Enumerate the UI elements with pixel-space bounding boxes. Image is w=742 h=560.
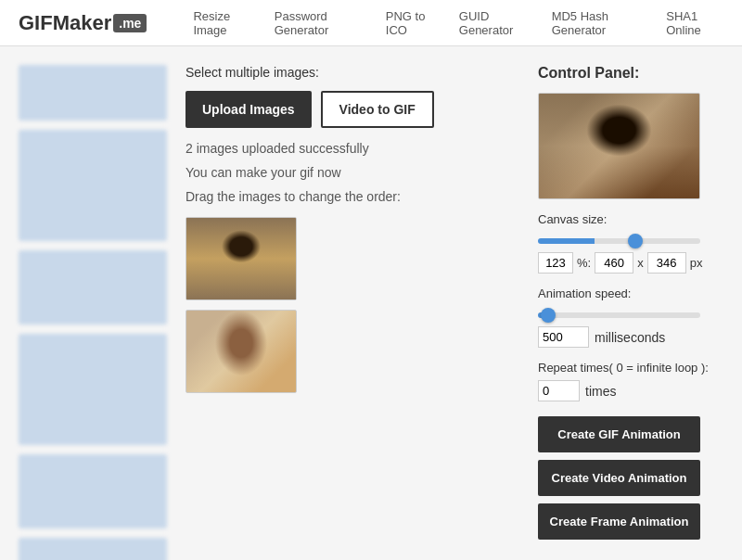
nav-md5-hash[interactable]: MD5 Hash Generator: [552, 9, 646, 37]
video-to-gif-button[interactable]: Video to GIF: [321, 91, 434, 128]
drag-order-text: Drag the images to change the order:: [186, 189, 519, 204]
canvas-size-slider[interactable]: [538, 238, 700, 244]
right-panel: Control Panel: Canvas size: %: x px: [538, 65, 723, 560]
px-label: px: [690, 256, 703, 270]
canvas-width-input[interactable]: [595, 252, 633, 274]
upload-images-button[interactable]: Upload Images: [186, 91, 312, 128]
sidebar: [19, 65, 167, 560]
canvas-height-input[interactable]: [647, 252, 686, 274]
sidebar-ad-4: [19, 334, 167, 445]
nav: Resize Image Password Generator PNG to I…: [193, 9, 723, 37]
animation-speed-section: Animation speed: milliseconds: [538, 286, 723, 348]
create-video-button[interactable]: Create Video Animation: [538, 460, 700, 496]
repeat-row: times: [538, 380, 723, 401]
canvas-size-label: Canvas size:: [538, 212, 723, 226]
nav-resize-image[interactable]: Resize Image: [193, 9, 253, 37]
make-gif-text: You can make your gif now: [186, 165, 519, 180]
list-item[interactable]: [186, 217, 297, 300]
speed-slider-container: [538, 306, 723, 321]
animation-speed-slider[interactable]: [538, 312, 700, 318]
repeat-label: Repeat times( 0 = infinite loop ):: [538, 361, 723, 375]
select-label: Select multiple images:: [186, 65, 519, 80]
upload-buttons: Upload Images Video to GIF: [186, 91, 519, 128]
speed-input[interactable]: [538, 326, 589, 348]
left-panel: Select multiple images: Upload Images Vi…: [186, 65, 519, 560]
create-gif-button[interactable]: Create GIF Animation: [538, 416, 700, 452]
action-buttons: Create GIF Animation Create Video Animat…: [538, 416, 723, 540]
nav-password-generator[interactable]: Password Generator: [275, 9, 365, 37]
speed-row: milliseconds: [538, 326, 723, 348]
logo-badge: .me: [113, 14, 147, 32]
image-list: [186, 217, 519, 393]
percent-symbol: %:: [577, 256, 591, 270]
x-separator: x: [637, 256, 644, 270]
times-label: times: [585, 384, 616, 399]
repeat-times-section: Repeat times( 0 = infinite loop ): times: [538, 361, 723, 401]
canvas-size-section: Canvas size: %: x px: [538, 212, 723, 274]
canvas-inputs: %: x px: [538, 252, 723, 274]
upload-success-text: 2 images uploaded successfully: [186, 141, 519, 156]
sidebar-ad-6: [19, 538, 167, 560]
repeat-input[interactable]: [538, 380, 580, 401]
create-frame-button[interactable]: Create Frame Animation: [538, 503, 700, 540]
control-panel-title: Control Panel:: [538, 65, 723, 82]
sidebar-ad-2: [19, 130, 167, 241]
nav-guid-generator[interactable]: GUID Generator: [459, 9, 531, 37]
header: GIFMaker .me Resize Image Password Gener…: [0, 0, 742, 46]
sidebar-ad-5: [19, 454, 167, 528]
sidebar-ad-1: [19, 65, 167, 121]
sidebar-ad-3: [19, 250, 167, 325]
image-preview-2: [186, 311, 296, 392]
animation-speed-label: Animation speed:: [538, 286, 723, 300]
control-panel-preview: [538, 93, 700, 199]
logo-text: GIFMaker: [19, 11, 111, 35]
logo[interactable]: GIFMaker .me: [19, 11, 147, 35]
milliseconds-label: milliseconds: [595, 330, 665, 345]
content-area: Select multiple images: Upload Images Vi…: [186, 65, 723, 560]
image-preview-1: [186, 218, 296, 299]
list-item[interactable]: [186, 310, 297, 393]
main-layout: Select multiple images: Upload Images Vi…: [0, 46, 742, 560]
nav-sha1-online[interactable]: SHA1 Online: [666, 9, 723, 37]
canvas-slider-container: [538, 232, 723, 247]
canvas-percent-input[interactable]: [538, 252, 573, 274]
nav-png-to-ico[interactable]: PNG to ICO: [386, 9, 439, 37]
